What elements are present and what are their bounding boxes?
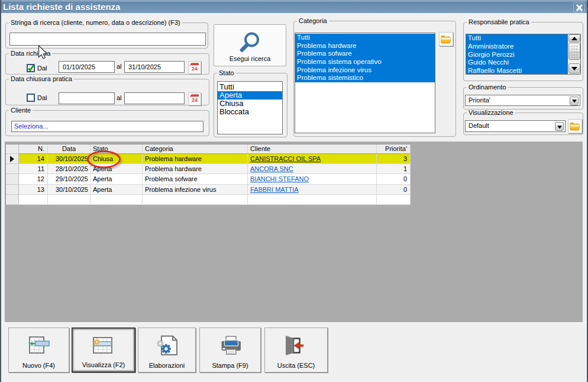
svg-text:24: 24 [192, 97, 198, 103]
svg-text:24: 24 [192, 66, 198, 72]
